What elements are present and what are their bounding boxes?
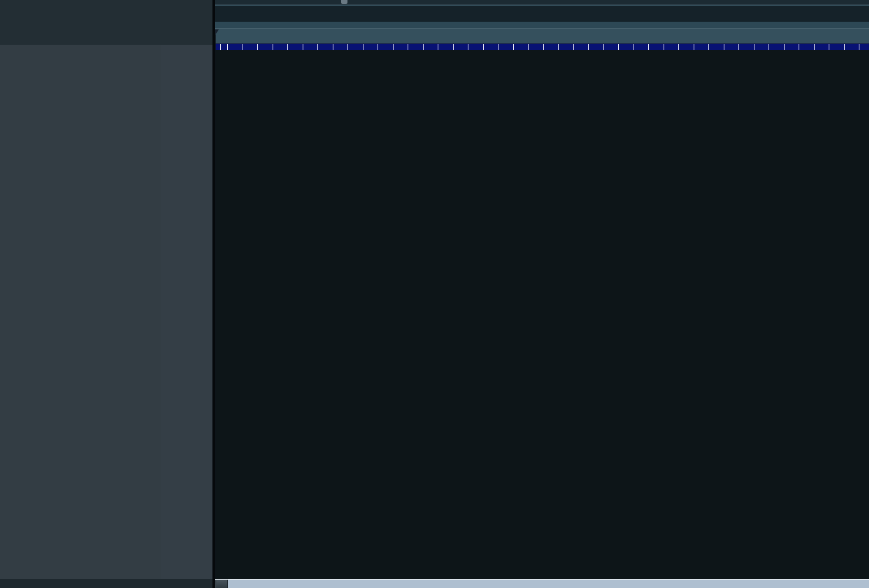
toolbar xyxy=(0,0,212,45)
beat-tick-strip[interactable] xyxy=(215,44,869,50)
scrollbar-thumb[interactable] xyxy=(215,580,216,588)
ruler-upper-band xyxy=(215,22,869,28)
horizontal-scrollbar[interactable] xyxy=(215,579,869,588)
track-picture-column xyxy=(161,45,212,579)
daw-window xyxy=(0,0,869,588)
timeline-ruler[interactable] xyxy=(215,28,869,44)
track-list xyxy=(0,45,161,579)
scroll-left-button[interactable] xyxy=(215,580,228,588)
arrange-lanes xyxy=(215,50,869,579)
edit-cursor-notch[interactable] xyxy=(341,0,347,4)
top-strip xyxy=(215,0,869,5)
arrange-area xyxy=(215,0,869,588)
playhead[interactable] xyxy=(215,29,216,579)
status-bar xyxy=(0,579,212,588)
toolbar-spacer xyxy=(215,6,869,22)
